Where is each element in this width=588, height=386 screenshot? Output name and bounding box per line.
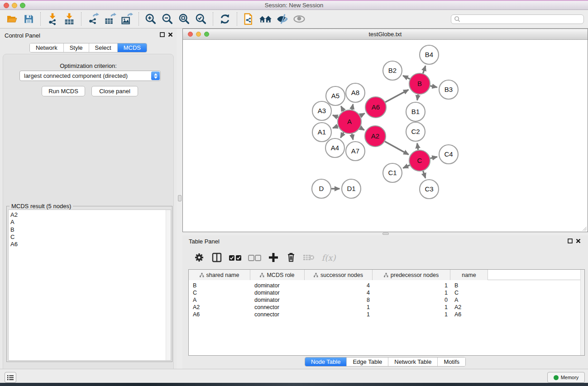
tab-mcds[interactable]: MCDS (117, 43, 147, 52)
graph-node-A6[interactable]: A6 (365, 97, 386, 118)
graph-edge-B-B4[interactable] (423, 66, 425, 73)
window-resize-grip[interactable] (581, 225, 587, 231)
graph-node-A5[interactable]: A5 (326, 86, 345, 105)
table-cell[interactable]: 8 (305, 296, 373, 304)
graph-node-A3[interactable]: A3 (312, 101, 331, 120)
graph-node-A1[interactable]: A1 (312, 123, 331, 142)
tab-node-table[interactable]: Node Table (305, 357, 347, 366)
export-image-icon[interactable] (119, 12, 134, 26)
graph-edge-A2-C[interactable] (385, 142, 408, 155)
table-cell[interactable]: 0 (373, 296, 450, 304)
graph-edge-C-C1[interactable] (403, 165, 410, 168)
open-session-icon[interactable] (4, 12, 19, 26)
home-icon[interactable] (258, 12, 273, 26)
tab-network[interactable]: Network (30, 43, 63, 52)
graph-node-B[interactable]: B (409, 73, 430, 94)
graph-edge-A-A7[interactable] (352, 133, 353, 139)
graph-edge-B-B3[interactable] (430, 86, 437, 87)
graph-edge-A-A5[interactable] (341, 106, 344, 111)
graph-node-D[interactable]: D (312, 179, 331, 198)
table-cell[interactable]: dominator (250, 282, 305, 289)
graph-node-B4[interactable]: B4 (420, 45, 439, 64)
close-table-panel-icon[interactable] (576, 238, 581, 243)
graph-edge-A-A1[interactable] (333, 126, 338, 128)
mcds-result-list[interactable]: A2ABCA6 (8, 210, 171, 361)
close-panel-button[interactable]: Close panel (91, 86, 138, 96)
graph-node-C4[interactable]: C4 (439, 145, 458, 164)
table-row[interactable]: A2connector11A2 (189, 304, 584, 311)
graph-edge-A-A6[interactable] (360, 114, 365, 116)
graph-edge-A-A2[interactable] (360, 128, 364, 130)
mcds-list-scrollbar[interactable] (166, 210, 171, 360)
table-cell[interactable]: A (189, 296, 250, 304)
zoom-out-icon[interactable] (160, 12, 175, 26)
graph-node-C3[interactable]: C3 (420, 180, 439, 199)
graph-node-A[interactable]: A (338, 110, 361, 133)
function-builder-fx-icon[interactable]: f(x) (320, 251, 338, 264)
table-cell[interactable]: connector (250, 304, 305, 311)
table-cell[interactable]: 1 (373, 289, 450, 296)
horizontal-splitter-grip[interactable] (382, 233, 389, 235)
column-header-predecessor-nodes[interactable]: predecessor nodes (373, 270, 450, 280)
import-table-icon[interactable] (62, 12, 77, 26)
save-session-icon[interactable] (21, 12, 36, 26)
table-cell[interactable]: A6 (189, 311, 250, 318)
table-cell[interactable]: 4 (305, 289, 373, 296)
tab-motifs[interactable]: Motifs (437, 357, 465, 366)
graph-node-B1[interactable]: B1 (406, 102, 425, 121)
add-row-icon[interactable] (267, 251, 280, 264)
zoom-in-icon[interactable] (143, 12, 158, 26)
table-cell[interactable]: connector (250, 311, 305, 318)
graph-edge-B-B2[interactable] (403, 76, 410, 79)
table-cell[interactable]: 1 (305, 304, 373, 311)
table-cell[interactable]: C (189, 289, 250, 296)
table-cell[interactable]: dominator (250, 296, 305, 304)
column-header-name[interactable]: name (450, 270, 488, 280)
close-panel-icon[interactable] (168, 32, 173, 37)
graph-node-D1[interactable]: D1 (342, 179, 361, 198)
zoom-fit-icon[interactable] (177, 12, 192, 26)
float-table-panel-icon[interactable] (568, 238, 573, 243)
mcds-result-item[interactable]: A2 (9, 211, 171, 219)
deselect-all-checkboxes-icon[interactable] (247, 251, 263, 264)
graph-node-A8[interactable]: A8 (346, 83, 365, 102)
table-cell[interactable]: A2 (450, 304, 488, 311)
graph-edge-A-A8[interactable] (352, 104, 353, 110)
search-input[interactable] (451, 14, 584, 24)
show-graphics-details-icon[interactable] (292, 12, 307, 26)
network-minimize-button[interactable] (196, 32, 201, 37)
graph-node-C[interactable]: C (409, 150, 430, 171)
mcds-result-item[interactable]: A6 (9, 241, 171, 248)
export-table-icon[interactable] (102, 12, 118, 26)
table-cell[interactable]: A (450, 296, 488, 304)
mcds-result-item[interactable]: B (9, 226, 171, 234)
graph-edge-C-C4[interactable] (430, 157, 437, 158)
table-cell[interactable]: 1 (373, 311, 450, 318)
memory-button[interactable]: Memory (547, 372, 585, 383)
network-canvas[interactable]: B4B2BB3A5A8A6A3B1AA1C2A2A4A7C4CC1C3DD1 (183, 40, 588, 232)
tab-network-table[interactable]: Network Table (388, 357, 437, 366)
table-cell[interactable]: dominator (250, 289, 305, 296)
table-cell[interactable]: B (189, 282, 250, 289)
tab-select[interactable]: Select (89, 43, 117, 52)
select-all-checkboxes-icon[interactable] (228, 251, 243, 264)
minimize-window-button[interactable] (12, 3, 17, 8)
delete-table-icon[interactable] (302, 251, 316, 264)
tab-edge-table[interactable]: Edge Table (346, 357, 388, 366)
table-cell[interactable]: 1 (373, 304, 450, 311)
table-cell[interactable]: 1 (373, 282, 450, 289)
zoom-window-button[interactable] (20, 3, 25, 8)
node-table[interactable]: shared nameMCDS rolesuccessor nodesprede… (188, 269, 585, 356)
mcds-result-item[interactable]: C (9, 234, 171, 241)
graph-edge-C-C2[interactable] (417, 143, 418, 150)
delete-row-trash-icon[interactable] (284, 251, 298, 264)
graph-node-B2[interactable]: B2 (383, 61, 402, 80)
float-panel-icon[interactable] (160, 32, 165, 37)
task-history-button[interactable] (5, 372, 16, 383)
zoom-selected-icon[interactable] (193, 12, 209, 26)
table-cell[interactable]: C (450, 289, 488, 296)
column-settings-gear-icon[interactable] (192, 251, 206, 264)
vertical-splitter-grip[interactable] (178, 195, 182, 201)
table-row[interactable]: Cdominator41C (189, 289, 584, 296)
clone-network-icon[interactable] (241, 12, 257, 26)
